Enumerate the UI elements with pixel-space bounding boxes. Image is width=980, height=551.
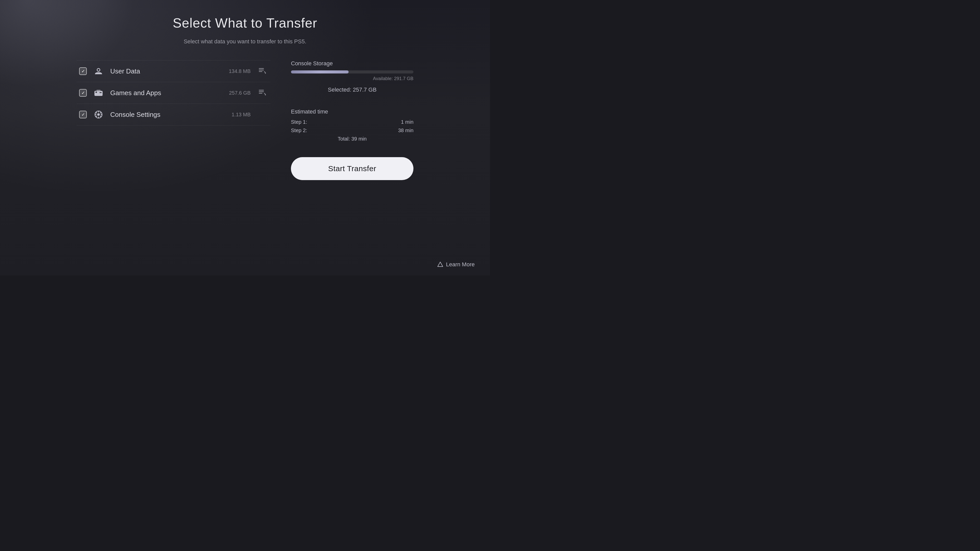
transfer-item-games-apps[interactable]: ✓ Games and Apps 257.6 GB bbox=[76, 82, 270, 104]
svg-point-1 bbox=[97, 69, 100, 71]
svg-rect-18 bbox=[98, 111, 99, 113]
storage-title: Console Storage bbox=[291, 60, 414, 67]
right-panel: Console Storage Available: 291.7 GB Sele… bbox=[291, 60, 414, 180]
checkbox-user-data[interactable]: ✓ bbox=[79, 67, 87, 75]
page-title: Select What to Transfer bbox=[173, 15, 317, 30]
console-settings-detail-placeholder bbox=[257, 109, 268, 120]
svg-rect-3 bbox=[259, 70, 264, 70]
step1-value: 1 min bbox=[401, 119, 414, 125]
storage-bar-container bbox=[291, 70, 414, 73]
svg-rect-12 bbox=[259, 90, 264, 91]
main-content: Select What to Transfer Select what data… bbox=[0, 0, 490, 275]
step2-value: 38 min bbox=[398, 127, 414, 133]
checkbox-console-settings[interactable]: ✓ bbox=[79, 111, 87, 118]
left-panel: ✓ User Data 134.8 MB bbox=[76, 60, 270, 180]
step1-label: Step 1: bbox=[291, 119, 307, 125]
games-apps-size: 257.6 GB bbox=[220, 90, 251, 96]
svg-point-17 bbox=[97, 113, 100, 116]
storage-section: Console Storage Available: 291.7 GB Sele… bbox=[291, 60, 414, 93]
start-transfer-button[interactable]: Start Transfer bbox=[291, 157, 414, 180]
console-settings-label: Console Settings bbox=[110, 111, 214, 119]
svg-rect-19 bbox=[98, 117, 99, 118]
total-value: Total: 39 min bbox=[338, 136, 366, 142]
checkmark-console-settings: ✓ bbox=[81, 112, 85, 117]
estimated-time-title: Estimated time bbox=[291, 108, 414, 115]
transfer-item-user-data[interactable]: ✓ User Data 134.8 MB bbox=[76, 60, 270, 82]
transfer-item-console-settings[interactable]: ✓ Console Set bbox=[76, 104, 270, 125]
console-settings-size: 1.13 MB bbox=[220, 112, 251, 118]
svg-rect-4 bbox=[259, 71, 262, 72]
step2-row: Step 2: 38 min bbox=[291, 127, 414, 133]
storage-selected: Selected: 257.7 GB bbox=[291, 86, 414, 93]
games-apps-detail-icon bbox=[257, 87, 268, 98]
checkmark-user-data: ✓ bbox=[81, 69, 85, 74]
step1-row: Step 1: 1 min bbox=[291, 119, 414, 125]
svg-rect-20 bbox=[95, 114, 97, 115]
svg-point-15 bbox=[265, 94, 266, 95]
user-data-icon bbox=[93, 65, 104, 77]
svg-rect-14 bbox=[259, 93, 262, 94]
checkmark-games-apps: ✓ bbox=[81, 91, 85, 95]
svg-rect-6 bbox=[94, 91, 103, 96]
user-data-size: 134.8 MB bbox=[220, 68, 251, 74]
svg-rect-8 bbox=[96, 92, 97, 93]
storage-bar-used bbox=[291, 70, 348, 73]
svg-point-5 bbox=[265, 73, 266, 74]
page-subtitle: Select what data you want to transfer to… bbox=[184, 38, 307, 45]
main-layout: ✓ User Data 134.8 MB bbox=[66, 60, 424, 180]
checkbox-games-apps[interactable]: ✓ bbox=[79, 89, 87, 97]
storage-available: Available: 291.7 GB bbox=[291, 76, 414, 81]
svg-rect-11 bbox=[97, 90, 100, 91]
estimated-section: Estimated time Step 1: 1 min Step 2: 38 … bbox=[291, 108, 414, 142]
svg-point-9 bbox=[100, 92, 100, 93]
svg-rect-2 bbox=[259, 68, 264, 69]
svg-rect-21 bbox=[100, 114, 102, 115]
svg-point-10 bbox=[100, 92, 102, 93]
games-apps-icon bbox=[93, 87, 104, 98]
console-settings-icon bbox=[93, 109, 104, 120]
total-row: Total: 39 min bbox=[291, 136, 414, 142]
games-apps-label: Games and Apps bbox=[110, 89, 214, 97]
user-data-detail-icon bbox=[257, 65, 268, 77]
svg-rect-13 bbox=[259, 91, 264, 92]
user-data-label: User Data bbox=[110, 67, 214, 75]
step2-label: Step 2: bbox=[291, 127, 307, 133]
